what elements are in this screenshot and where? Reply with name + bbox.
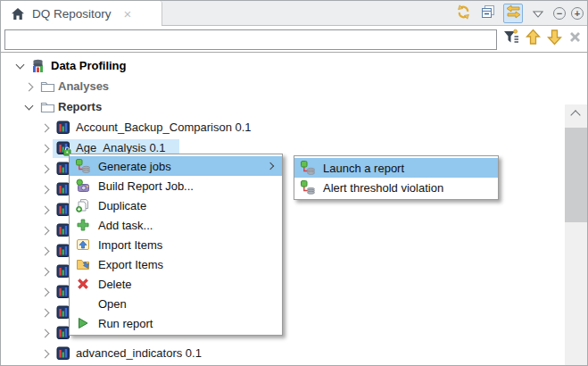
add-task-icon: [75, 218, 91, 232]
maximize-button[interactable]: +: [571, 7, 584, 20]
collapse-all-icon: [481, 4, 495, 22]
refresh-icon: [456, 4, 471, 23]
chevron-right-icon[interactable]: [41, 227, 50, 236]
menu-item-import-items[interactable]: Import Items: [70, 235, 282, 254]
menu-item-label: Generate jobs: [98, 160, 171, 173]
clear-icon: [568, 30, 582, 47]
export-items-icon: [75, 257, 91, 271]
tree-label: Analyses: [58, 79, 109, 93]
minimize-button[interactable]: −: [553, 7, 566, 20]
menu-item-open[interactable]: Open: [70, 294, 282, 313]
submenu-item-label: Launch a report: [323, 162, 404, 175]
menu-item-label: Open: [98, 297, 127, 311]
filter-icon[interactable]: [503, 29, 519, 49]
chevron-right-icon[interactable]: [41, 206, 50, 215]
chevron-right-icon[interactable]: [41, 124, 50, 133]
menu-item-label: Import Items: [98, 238, 162, 252]
chevron-right-icon[interactable]: [41, 247, 50, 256]
submenu-item-alert-threshold-violation[interactable]: Alert threshold violation: [294, 178, 498, 197]
menu-item-duplicate[interactable]: Duplicate: [70, 195, 282, 215]
chevron-down-icon[interactable]: [16, 61, 25, 70]
chevron-down-icon[interactable]: [25, 102, 34, 111]
chevron-right-icon[interactable]: [41, 165, 50, 174]
duplicate-icon: [75, 198, 91, 212]
move-up-icon[interactable]: [526, 29, 541, 49]
menu-item-label: Export Items: [98, 258, 163, 271]
menu-item-label: Add task...: [98, 219, 153, 232]
submenu-arrow-icon: [267, 162, 274, 170]
home-icon: [11, 7, 25, 21]
submenu-item-launch-a-report[interactable]: Launch a report: [294, 158, 498, 178]
build-report-job-icon: [75, 179, 91, 193]
menu-item-delete[interactable]: Delete: [70, 274, 282, 294]
submenu-item-label: Alert threshold violation: [323, 181, 443, 195]
tree-row-data-profiling[interactable]: Data Profiling: [1, 56, 563, 77]
view-menu-button[interactable]: [528, 4, 548, 23]
view-tab-bar: DQ Repository ×: [1, 1, 587, 26]
dq-repository-view: DQ Repository ×: [0, 0, 588, 366]
tree-label: advanced_indicators 0.1: [76, 346, 202, 360]
generate-job-icon: [300, 180, 316, 195]
generate-job-icon: [300, 161, 316, 175]
tab-dq-repository[interactable]: DQ Repository ×: [1, 1, 162, 26]
refresh-button[interactable]: [453, 4, 473, 23]
filter-bar: [1, 26, 587, 53]
chevron-right-icon[interactable]: [41, 268, 50, 277]
chevron-right-icon[interactable]: [41, 288, 50, 297]
menu-item-build-report-job[interactable]: Build Report Job...: [70, 176, 282, 195]
vertical-scrollbar[interactable]: [565, 104, 587, 366]
tree-label: Reports: [58, 100, 102, 113]
folder-icon: [40, 79, 54, 94]
chevron-right-icon[interactable]: [41, 145, 50, 154]
tree-row-reports[interactable]: Reports: [1, 97, 563, 118]
no-icon: [75, 296, 91, 311]
chevron-right-icon[interactable]: [41, 350, 50, 359]
report-icon: [56, 121, 70, 135]
scrollbar-thumb[interactable]: [565, 128, 587, 222]
tree-row-advanced-indicators[interactable]: advanced_indicators 0.1: [1, 344, 563, 364]
report-icon: [56, 346, 70, 361]
tree-label: Age_Analysis 0.1: [76, 141, 165, 154]
tree-label: Account_Backup_Comparison 0.1: [76, 121, 252, 134]
scroll-up-icon[interactable]: [570, 110, 580, 120]
context-menu: Generate jobs Build Report Job...: [69, 154, 283, 336]
menu-item-export-items[interactable]: Export Items: [70, 254, 282, 274]
tree-label: Data Profiling: [51, 59, 127, 72]
tab-close-icon[interactable]: ×: [124, 7, 132, 21]
chevron-right-icon[interactable]: [41, 329, 50, 338]
delete-icon: [75, 277, 91, 291]
link-with-editor-icon: [506, 4, 521, 22]
generate-jobs-submenu: Launch a report Alert threshold violatio…: [294, 155, 499, 200]
menu-item-label: Build Report Job...: [98, 179, 194, 193]
menu-item-run-report[interactable]: Run report: [70, 313, 282, 333]
collapse-all-button[interactable]: [478, 4, 498, 23]
tree-row-analyses[interactable]: Analyses: [1, 77, 563, 97]
chevron-right-icon[interactable]: [41, 309, 50, 318]
menu-item-label: Run report: [98, 317, 153, 330]
menu-item-add-task[interactable]: Add task...: [70, 215, 282, 235]
chevron-right-icon[interactable]: [41, 186, 50, 195]
chevron-right-icon[interactable]: [25, 83, 34, 92]
menu-item-generate-jobs[interactable]: Generate jobs: [70, 156, 282, 176]
menu-item-label: Delete: [98, 278, 132, 291]
menu-item-label: Duplicate: [98, 199, 146, 212]
run-report-icon: [75, 316, 91, 330]
filter-input[interactable]: [4, 29, 497, 50]
view-toolbar: − +: [453, 1, 584, 26]
link-with-editor-button[interactable]: [503, 4, 523, 23]
move-down-icon[interactable]: [547, 29, 562, 49]
tree-row-account-backup-comparison[interactable]: Account_Backup_Comparison 0.1: [1, 118, 563, 138]
import-items-icon: [75, 237, 91, 252]
view-menu-icon: [533, 5, 543, 21]
tab-title: DQ Repository: [32, 7, 112, 21]
folder-icon: [40, 100, 54, 114]
generate-job-icon: [75, 159, 91, 173]
data-profiling-icon: [31, 59, 46, 73]
